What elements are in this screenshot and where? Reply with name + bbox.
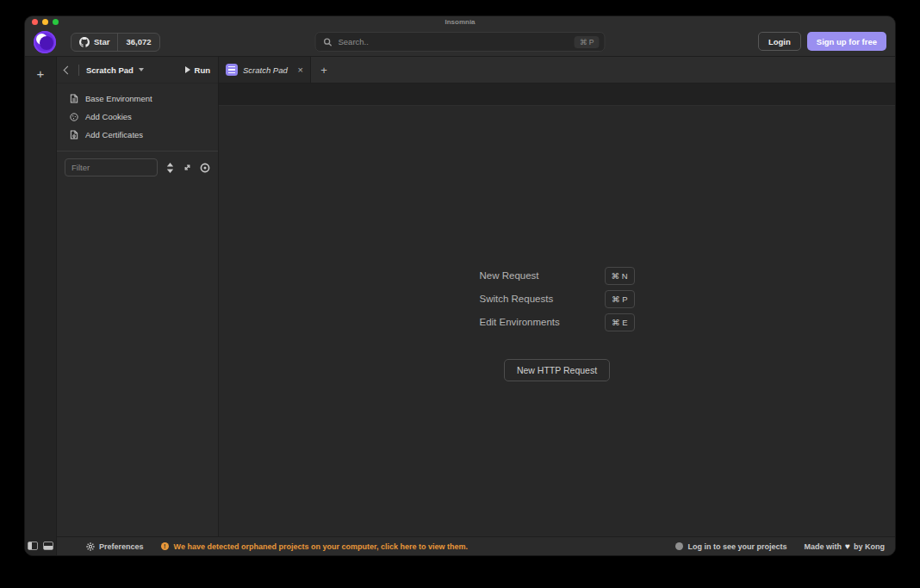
filter-input[interactable] <box>65 158 158 176</box>
scratch-pad-icon <box>226 64 238 76</box>
sidebar-item-add-cookies[interactable]: Add Cookies <box>57 108 218 126</box>
tab-bar: Scratch Pad × + <box>219 57 895 84</box>
heart-icon: ♥ <box>845 542 850 551</box>
insomnia-logo-icon <box>34 31 56 53</box>
empty-state-pane: New Request ⌘ N Switch Requests ⌘ P Edit… <box>219 106 895 536</box>
new-tab-button[interactable]: + <box>311 57 337 83</box>
run-button[interactable]: Run <box>185 65 210 75</box>
left-rail: + <box>25 57 57 555</box>
toggle-sidebar-icon[interactable] <box>28 542 38 550</box>
signup-button[interactable]: Sign up for free <box>807 32 886 51</box>
tab-scratch-pad[interactable]: Scratch Pad × <box>219 57 311 83</box>
sidebar-header: Scratch Pad Run <box>57 57 218 84</box>
cookie-icon <box>70 113 78 121</box>
github-star-widget[interactable]: Star 36,072 <box>71 33 160 52</box>
url-toolbar-strip <box>219 84 895 106</box>
kbd-cmd-n: ⌘ N <box>605 267 635 285</box>
kbd-cmd-p: ⌘ P <box>605 290 634 308</box>
github-star-count[interactable]: 36,072 <box>117 34 159 51</box>
orphaned-projects-warning[interactable]: ! We have detected orphaned projects on … <box>161 542 468 551</box>
search-shortcut-badge: ⌘ P <box>575 36 600 48</box>
global-search[interactable]: ⌘ P <box>315 32 606 52</box>
kbd-cmd-e: ⌘ E <box>605 313 634 331</box>
add-request-icon[interactable] <box>200 161 210 174</box>
chevron-down-icon <box>139 68 144 71</box>
certificate-icon <box>70 130 78 139</box>
titlebar: Insomnia <box>25 16 895 28</box>
avatar-placeholder-icon <box>675 542 683 550</box>
app-window: Insomnia Star 36,072 ⌘ P Login Sign up f… <box>24 15 896 556</box>
create-new-project-button[interactable]: + <box>32 65 49 83</box>
sidebar-item-base-environment[interactable]: Base Environment <box>57 90 218 108</box>
new-http-request-button[interactable]: New HTTP Request <box>504 359 610 381</box>
sidebar-filter-row <box>57 152 218 176</box>
sort-icon[interactable] <box>165 161 175 174</box>
sidebar-item-add-certificates[interactable]: Add Certificates <box>57 126 218 144</box>
sidebar: Scratch Pad Run Base Environment <box>57 57 219 536</box>
expand-all-icon[interactable] <box>183 161 192 174</box>
warning-icon: ! <box>161 542 169 550</box>
main-pane: Scratch Pad × + New Request ⌘ N <box>219 57 895 536</box>
login-to-see-projects[interactable]: Log in to see your projects <box>675 542 787 551</box>
back-icon[interactable] <box>64 65 72 74</box>
file-icon <box>70 94 78 103</box>
search-input[interactable] <box>339 37 575 46</box>
sidebar-menu: Base Environment Add Cookies Add Certifi… <box>57 84 218 151</box>
search-icon <box>324 38 333 46</box>
workspace-dropdown[interactable]: Scratch Pad <box>86 65 144 75</box>
preferences-button[interactable]: Preferences <box>86 542 144 551</box>
toggle-panel-icon[interactable] <box>43 542 53 550</box>
github-star-button[interactable]: Star <box>71 34 117 51</box>
app-header: Star 36,072 ⌘ P Login Sign up for free <box>25 28 895 57</box>
gear-icon <box>86 542 95 551</box>
divider <box>78 65 79 76</box>
warning-text: We have detected orphaned projects on yo… <box>174 542 468 551</box>
window-title: Insomnia <box>25 18 895 26</box>
status-bar: Preferences ! We have detected orphaned … <box>57 536 895 555</box>
shortcut-row-edit-environments: Edit Environments ⌘ E <box>480 313 635 331</box>
shortcut-row-new-request: New Request ⌘ N <box>480 267 635 285</box>
made-with-kong: Made with ♥ by Kong <box>805 542 885 551</box>
shortcut-list: New Request ⌘ N Switch Requests ⌘ P Edit… <box>480 262 635 337</box>
login-button[interactable]: Login <box>758 32 801 51</box>
tab-label: Scratch Pad <box>243 65 288 75</box>
workspace-name: Scratch Pad <box>86 65 134 75</box>
close-tab-icon[interactable]: × <box>298 65 303 75</box>
github-star-label: Star <box>94 37 109 46</box>
github-icon <box>79 37 90 47</box>
play-icon <box>185 66 190 73</box>
shortcut-row-switch-requests: Switch Requests ⌘ P <box>480 290 635 308</box>
